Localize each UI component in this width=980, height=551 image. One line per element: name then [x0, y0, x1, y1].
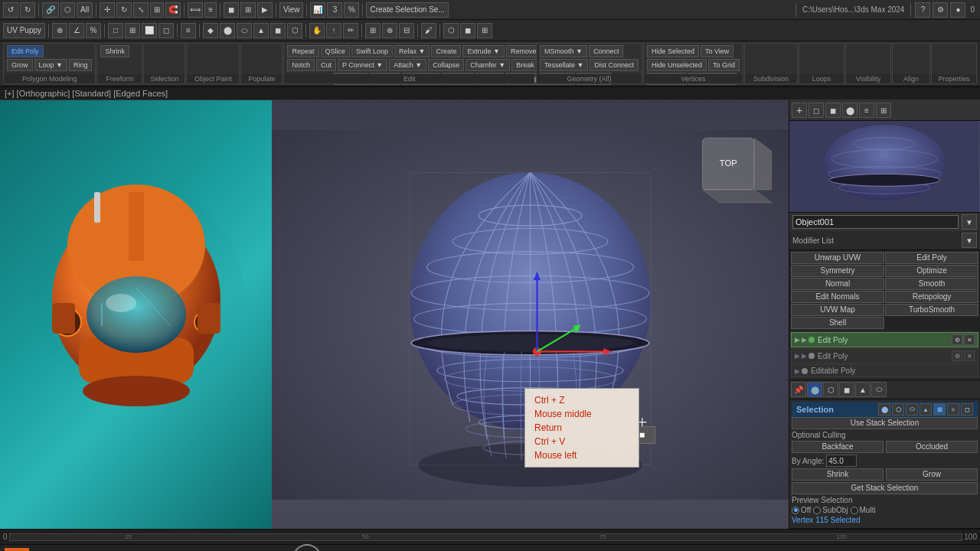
shape6-icon[interactable]: ⬡ — [287, 23, 302, 38]
selection-header[interactable]: Selection ⬤ ⬡ ⬭ ▲ ⊞ ≡ ◻ — [792, 402, 978, 417]
ctx-item-3[interactable]: Return — [534, 421, 629, 435]
sel-icon-3[interactable]: ⬭ — [906, 403, 918, 416]
angle-input[interactable] — [826, 455, 857, 467]
angle-snap-icon[interactable]: ∠ — [69, 23, 84, 38]
arrow-icon[interactable]: ↑ — [326, 23, 341, 38]
mod-edge-icon[interactable]: ⬡ — [823, 382, 838, 397]
off-radio[interactable] — [792, 507, 799, 514]
move-icon[interactable]: ✛ — [100, 2, 115, 18]
loop-btn[interactable]: Loop ▼ — [34, 59, 67, 71]
rotate-icon[interactable]: ↻ — [116, 2, 132, 18]
sel-icon-5[interactable]: ⊞ — [933, 403, 946, 416]
redo-button[interactable]: ↻ — [20, 2, 35, 18]
qslice-btn[interactable]: QSlice — [321, 45, 351, 57]
mod-elem-icon[interactable]: ⬭ — [871, 382, 887, 397]
cut-btn[interactable]: Cut — [316, 59, 336, 71]
undo-button[interactable]: ↺ — [3, 2, 18, 18]
texture-icon[interactable]: ⊞ — [477, 23, 492, 38]
link2-icon[interactable]: ⬡ — [60, 2, 75, 18]
edit-poly-btn[interactable]: Edit Poly — [7, 45, 44, 57]
xform-icon[interactable]: ⊞ — [365, 23, 381, 38]
ribbon-icon[interactable]: ≡ — [181, 23, 196, 38]
view-layout-icon[interactable]: ⊞ — [125, 23, 140, 38]
pin-icon[interactable]: 📌 — [791, 382, 806, 397]
sel-icon-4[interactable]: ▲ — [920, 403, 932, 416]
edit-normals-btn[interactable]: Edit Normals — [791, 291, 884, 303]
grow-btn[interactable]: Grow — [7, 59, 33, 71]
rp-icon1[interactable]: ◻ — [808, 103, 824, 118]
mod-poly-icon[interactable]: ▲ — [855, 382, 871, 397]
pen-icon[interactable]: ✏ — [343, 23, 358, 38]
modifier-list-expand[interactable]: ▼ — [962, 214, 977, 230]
link-icon[interactable]: 🔗 — [42, 2, 59, 18]
to-grid-btn[interactable]: To Grid — [708, 59, 740, 71]
obj3-icon[interactable]: 3 — [327, 2, 342, 18]
render-setup-icon[interactable]: ⊞ — [240, 2, 256, 18]
hide-unsel-btn[interactable]: Hide Unselected — [647, 59, 707, 71]
uvw-map-btn[interactable]: UVW Map — [791, 304, 884, 316]
ctx-item-4[interactable]: Ctrl + V — [534, 435, 629, 448]
mode-selector[interactable]: All — [77, 2, 93, 18]
shrink-sel-btn[interactable]: Shrink — [792, 468, 884, 481]
wire-icon[interactable]: ⬡ — [443, 23, 459, 38]
timeline-track[interactable]: 25 50 75 100 — [9, 533, 963, 541]
backface-btn[interactable]: Backface — [792, 441, 884, 453]
use-stack-btn[interactable]: Use Stack Selection — [792, 417, 978, 429]
modifier-dropdown[interactable]: ▼ — [962, 233, 977, 248]
shape5-icon[interactable]: ◼ — [270, 23, 286, 38]
mini-viewport[interactable] — [789, 121, 980, 213]
shell-btn[interactable]: Shell — [791, 317, 884, 329]
sel-icon-2[interactable]: ⬡ — [892, 403, 904, 416]
get-stack-btn[interactable]: Get Stack Selection — [792, 482, 978, 494]
percent-snap-icon[interactable]: % — [86, 23, 101, 38]
ctx-item-1[interactable]: Ctrl + Z — [534, 393, 629, 407]
object-name-input[interactable] — [792, 215, 959, 229]
repeat-btn[interactable]: Repeat — [287, 45, 318, 57]
rp-icon3[interactable]: ⬤ — [842, 103, 858, 118]
connect-geo-btn[interactable]: Connect — [589, 45, 624, 57]
mod-close-2[interactable]: ✕ — [964, 350, 975, 361]
create-edit-btn[interactable]: Create — [431, 45, 461, 57]
hand-icon[interactable]: ✋ — [309, 23, 325, 38]
material-icon[interactable]: ◼ — [224, 2, 239, 18]
attach-btn[interactable]: Attach ▼ — [389, 59, 426, 71]
rp-plus-icon[interactable]: + — [792, 103, 807, 118]
occluded-btn[interactable]: Occluded — [886, 441, 978, 453]
notch-btn[interactable]: Notch — [287, 59, 315, 71]
chamfer-btn[interactable]: Chamfer ▼ — [466, 59, 510, 71]
mod-options-2[interactable]: ⚙ — [952, 350, 962, 361]
shape4-icon[interactable]: ▲ — [253, 23, 269, 38]
online-icon[interactable]: ● — [950, 2, 965, 18]
swift-loop-btn[interactable]: Swift Loop — [351, 45, 393, 57]
view-cfg-icon[interactable]: □ — [108, 23, 123, 38]
turbosmooth-btn[interactable]: TurboSmooth — [885, 304, 978, 316]
sel-icon-7[interactable]: ◻ — [961, 403, 973, 416]
mod-close-1[interactable]: ✕ — [964, 334, 975, 345]
mod-vert-icon[interactable]: ⬤ — [807, 382, 822, 397]
ring-btn[interactable]: Ring — [69, 59, 93, 71]
retopology-btn[interactable]: Retopology — [885, 291, 978, 303]
extrude-btn[interactable]: Extrude ▼ — [462, 45, 504, 57]
settings-icon[interactable]: ⚙ — [933, 2, 948, 18]
to-view-btn[interactable]: To View — [701, 45, 733, 57]
hide-sel-btn[interactable]: Hide Selected — [647, 45, 699, 57]
shrink-btn[interactable]: Shrink — [100, 45, 129, 57]
pivot-icon[interactable]: ⊕ — [382, 23, 397, 38]
pct-icon[interactable]: % — [344, 2, 359, 18]
mirror-icon[interactable]: ⟺ — [188, 2, 203, 18]
paint-icon[interactable]: 🖌 — [421, 23, 436, 38]
rp-icon5[interactable]: ⊞ — [876, 103, 891, 118]
mod-options-1[interactable]: ⚙ — [952, 334, 962, 345]
p-connect-btn[interactable]: P Connect ▼ — [338, 59, 387, 71]
snap3d-icon[interactable]: ⊕ — [52, 23, 67, 38]
view-selector[interactable]: View — [279, 2, 304, 18]
hierarchy-icon[interactable]: ⊟ — [399, 23, 414, 38]
view-safe-icon[interactable]: ◻ — [158, 23, 174, 38]
grow-sel-btn[interactable]: Grow — [886, 468, 978, 481]
solid-icon[interactable]: ◼ — [460, 23, 475, 38]
modifier-edit-poly-1[interactable]: ▶ ▶ Edit Poly ⚙ ✕ — [791, 332, 978, 347]
mod-face-icon[interactable]: ◼ — [839, 382, 854, 397]
shape3-icon[interactable]: ⬭ — [237, 23, 252, 38]
help-icon[interactable]: ? — [915, 2, 930, 18]
optimize-btn[interactable]: Optimize — [885, 265, 978, 277]
